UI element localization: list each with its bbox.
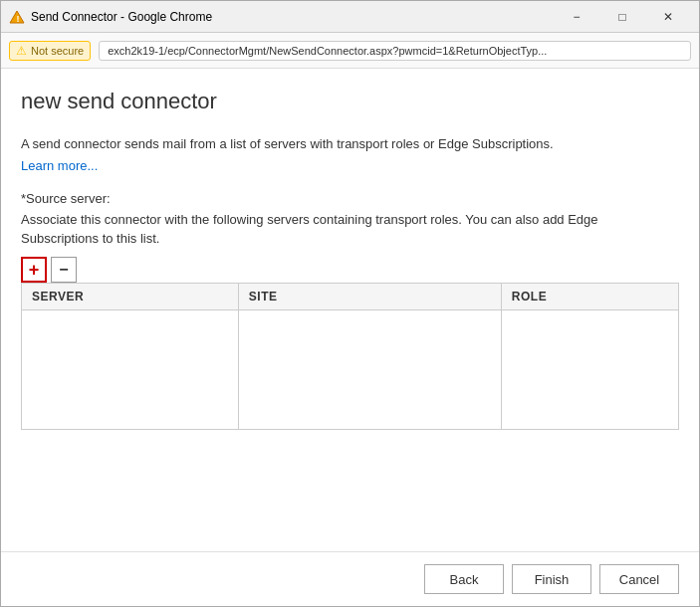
toolbar: + −	[21, 257, 679, 283]
empty-cell-server	[22, 309, 239, 429]
source-server-label: *Source server:	[21, 191, 679, 206]
window: ! Send Connector - Google Chrome − □ ✕ ⚠…	[0, 0, 700, 607]
back-button[interactable]: Back	[424, 564, 504, 594]
learn-more-link[interactable]: Learn more...	[21, 158, 679, 173]
title-bar: ! Send Connector - Google Chrome − □ ✕	[1, 1, 699, 33]
address-bar: ⚠ Not secure exch2k19-1/ecp/ConnectorMgm…	[1, 33, 699, 69]
security-label: Not secure	[31, 45, 84, 57]
window-controls: − □ ✕	[554, 1, 691, 33]
server-table-wrapper: SERVER SITE ROLE	[21, 283, 679, 430]
add-server-button[interactable]: +	[21, 257, 47, 283]
table-body	[22, 309, 679, 429]
column-server: SERVER	[22, 283, 239, 309]
close-button[interactable]: ✕	[645, 1, 691, 33]
source-server-description: Associate this connector with the follow…	[21, 210, 679, 249]
empty-cell-site	[238, 309, 501, 429]
column-site: SITE	[238, 283, 501, 309]
footer: Back Finish Cancel	[1, 551, 699, 606]
svg-text:!: !	[17, 14, 20, 24]
cancel-button[interactable]: Cancel	[599, 564, 679, 594]
window-title: Send Connector - Google Chrome	[31, 10, 554, 24]
table-header: SERVER SITE ROLE	[22, 283, 679, 309]
table-empty-row	[22, 309, 679, 429]
app-icon: !	[9, 9, 25, 25]
url-bar[interactable]: exch2k19-1/ecp/ConnectorMgmt/NewSendConn…	[99, 41, 691, 61]
security-badge: ⚠ Not secure	[9, 41, 91, 61]
content-area: new send connector A send connector send…	[1, 69, 699, 551]
warning-icon: ⚠	[16, 44, 27, 58]
minimize-button[interactable]: −	[554, 1, 599, 33]
column-role: ROLE	[501, 283, 678, 309]
description-text: A send connector sends mail from a list …	[21, 134, 679, 154]
page-title: new send connector	[21, 89, 679, 114]
empty-cell-role	[501, 309, 678, 429]
remove-server-button[interactable]: −	[51, 257, 77, 283]
finish-button[interactable]: Finish	[512, 564, 591, 594]
maximize-button[interactable]: □	[599, 1, 645, 33]
server-table: SERVER SITE ROLE	[21, 283, 679, 430]
